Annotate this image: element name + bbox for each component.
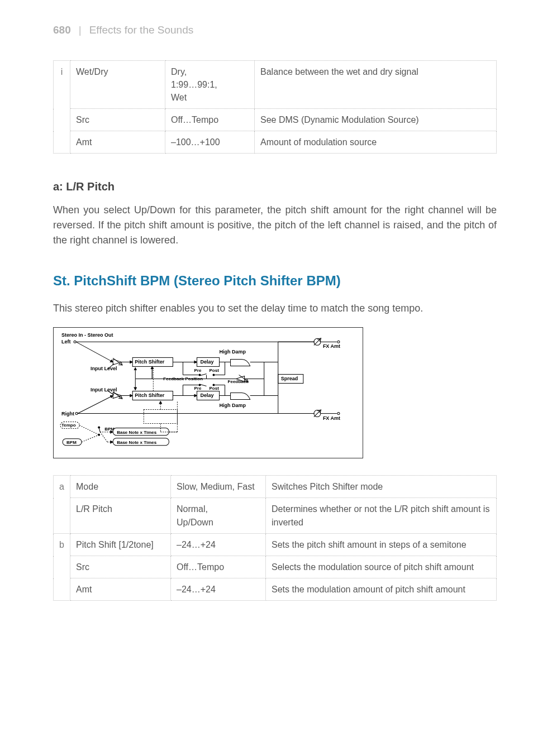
param-desc: Switches Pitch Shifter mode (266, 476, 497, 498)
spread-label: Spread (281, 376, 298, 382)
param-desc: Amount of modulation source (255, 131, 497, 154)
svg-point-42 (75, 413, 78, 415)
table-row: Src Off…Tempo See DMS (Dynamic Modulatio… (54, 109, 497, 131)
param-desc: Sets the modulation amount of pitch shif… (266, 578, 497, 601)
svg-point-0 (74, 341, 76, 343)
section-title: St. PitchShift BPM (Stereo Pitch Shifter… (53, 271, 497, 291)
param-name: Wet/Dry (70, 60, 165, 109)
body-paragraph: This stereo pitch shifter enables you to… (53, 301, 497, 316)
high-damp-label: High Damp (220, 403, 246, 408)
signal-flow-diagram: Stereo In - Stereo Out Left Input Level … (53, 327, 363, 458)
tempo-label: Tempo (61, 423, 76, 428)
table-row: Src Off…Tempo Selects the modulation sou… (54, 556, 497, 578)
svg-line-69 (82, 436, 98, 442)
param-range: –100…+100 (165, 131, 255, 154)
param-range: Off…Tempo (165, 109, 255, 131)
table-row: b Pitch Shift [1/2tone] –24…+24 Sets the… (54, 533, 497, 556)
high-damp-label: High Damp (220, 350, 246, 355)
table-row: a Mode Slow, Medium, Fast Switches Pitch… (54, 476, 497, 498)
table-row: i Wet/Dry Dry, 1:99…99:1, Wet Balance be… (54, 60, 497, 109)
param-range: –24…+24 (171, 533, 266, 556)
input-level-label: Input Level (91, 366, 117, 372)
row-index: b (54, 533, 70, 601)
param-name: Amt (70, 578, 171, 601)
diagram-title: Stereo In - Stereo Out (61, 333, 113, 338)
svg-point-58 (337, 413, 340, 415)
svg-point-40 (213, 384, 215, 386)
table-row: Amt –24…+24 Sets the modulation amount o… (54, 578, 497, 601)
bpm-label: BPM (66, 440, 77, 445)
param-name: Mode (70, 476, 171, 498)
svg-marker-44 (113, 393, 121, 399)
param-desc: Balance between the wet and dry signal (255, 60, 497, 109)
delay-label: Delay (200, 393, 213, 399)
svg-point-65 (98, 434, 100, 436)
base-note-label: Base Note x Times (117, 430, 157, 435)
svg-rect-77 (144, 410, 177, 424)
feedback-position-label: Feedback Position (163, 377, 203, 382)
page-header: 680 | Effects for the Sounds (53, 22, 497, 38)
param-range: Slow, Medium, Fast (171, 476, 266, 498)
post-label: Post (210, 386, 220, 391)
svg-point-17 (337, 341, 340, 343)
param-desc: Sets the pitch shift amount in steps of … (266, 533, 497, 556)
svg-line-43 (78, 396, 113, 414)
parameter-table-1: i Wet/Dry Dry, 1:99…99:1, Wet Balance be… (53, 60, 497, 154)
parameter-table-2: a Mode Slow, Medium, Fast Switches Pitch… (53, 475, 497, 601)
svg-point-19 (213, 374, 215, 376)
param-name: Amt (70, 131, 165, 154)
header-separator: | (79, 22, 82, 38)
svg-line-72 (100, 432, 107, 442)
svg-line-20 (200, 374, 206, 376)
fx-amt-label: FX Amt (323, 344, 340, 350)
feedback-label: Feedback (228, 380, 249, 385)
param-range: Dry, 1:99…99:1, Wet (165, 60, 255, 109)
param-name: Src (70, 109, 165, 131)
pitch-shifter-label: Pitch Shifter (135, 360, 165, 365)
param-desc: Determines whether or not the L/R pitch … (266, 498, 497, 533)
chapter-title: Effects for the Sounds (89, 22, 194, 38)
fx-amt-label: FX Amt (323, 415, 340, 421)
param-range: Normal, Up/Down (171, 498, 266, 533)
body-paragraph: When you select Up/Down for this paramet… (53, 203, 497, 248)
param-desc: Selects the modulation source of pitch s… (266, 556, 497, 578)
table-row: Amt –100…+100 Amount of modulation sourc… (54, 131, 497, 154)
row-index: i (54, 60, 70, 154)
delay-label: Delay (200, 360, 213, 365)
svg-marker-2 (113, 360, 121, 365)
row-index: a (54, 476, 70, 534)
svg-line-64 (79, 425, 99, 435)
pitch-shifter-label: Pitch Shifter (135, 393, 165, 399)
param-range: –24…+24 (171, 578, 266, 601)
pre-label: Pre (194, 369, 201, 374)
left-label: Left (61, 339, 71, 345)
param-desc: See DMS (Dynamic Modulation Source) (255, 109, 497, 131)
post-label: Post (210, 369, 220, 374)
param-name: L/R Pitch (70, 498, 171, 533)
pre-label: Pre (194, 386, 201, 391)
param-range: Off…Tempo (171, 556, 266, 578)
base-note-label: Base Note x Times (117, 440, 157, 445)
svg-line-1 (76, 342, 113, 362)
subsection-heading: a: L/R Pitch (53, 179, 497, 195)
param-name: Src (70, 556, 171, 578)
param-name: Pitch Shift [1/2tone] (70, 533, 171, 556)
page-number: 680 (53, 22, 71, 38)
right-label: Right (61, 411, 74, 417)
table-row: L/R Pitch Normal, Up/Down Determines whe… (54, 498, 497, 533)
